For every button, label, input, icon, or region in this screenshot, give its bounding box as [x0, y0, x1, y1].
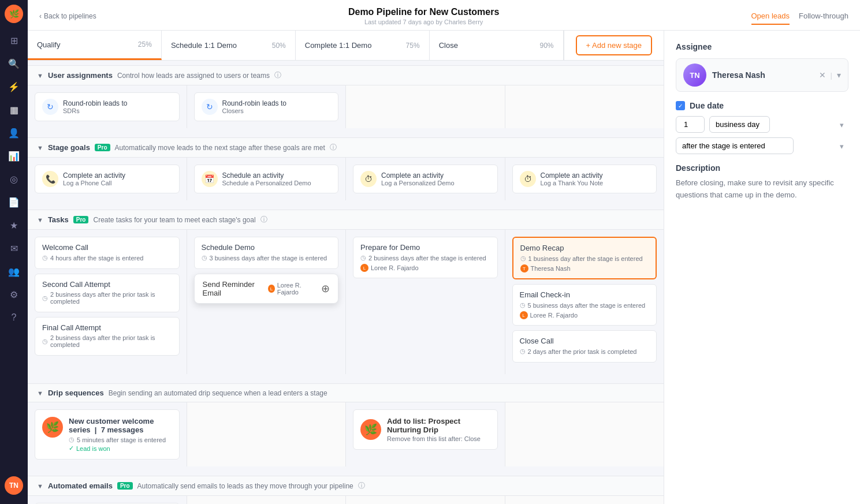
stage-headers: Qualify 25% Schedule 1:1 Demo 50%: [28, 31, 664, 61]
dropdown-assignee-button[interactable]: ▾: [837, 70, 841, 80]
goal-card-1[interactable]: 📅 Schedule an activity Schedule a Person…: [194, 165, 339, 193]
tab-open-leads[interactable]: Open leads: [751, 8, 790, 25]
rr-icon-1: ↻: [202, 99, 218, 115]
sidebar-icon-email[interactable]: ✉: [3, 238, 24, 259]
task-card-prepare-demo[interactable]: Prepare for Demo ◷ 2 business days after…: [353, 237, 498, 278]
goal-card-2[interactable]: ⏱ Complete an activity Log a Personalize…: [353, 165, 498, 193]
due-date-label: Due date: [690, 101, 724, 110]
sidebar-icon-users[interactable]: 👥: [3, 261, 24, 282]
goal-icon-2: ⏱: [360, 171, 377, 187]
user-assignments-section: ▼ User assignments Control how leads are…: [28, 61, 664, 133]
due-after-wrapper: after the stage is entered after the pri…: [676, 137, 848, 154]
section-toggle-emails[interactable]: ▼: [37, 483, 43, 490]
drip-col-3: [505, 402, 664, 466]
section-header-user-assignments: ▼ User assignments Control how leads are…: [28, 65, 664, 85]
due-num-input[interactable]: [676, 116, 705, 133]
email-col-0: Start sending: Let's Talk - Sales Welc..…: [28, 496, 187, 504]
tab-follow-through[interactable]: Follow-through: [799, 8, 848, 25]
sg-col-2: ⏱ Complete an activity Log a Personalize…: [346, 158, 505, 200]
stage-header-schedule[interactable]: Schedule 1:1 Demo 50%: [162, 31, 296, 60]
info-icon-tasks[interactable]: ⓘ: [260, 215, 267, 225]
sidebar-icon-lightning[interactable]: ⚡: [3, 76, 24, 97]
stage-header-complete[interactable]: Complete 1:1 Demo 75%: [296, 31, 430, 60]
drip-grid: 🌿 New customer welcome series | 7 messag…: [28, 402, 664, 466]
section-toggle-tasks[interactable]: ▼: [37, 216, 43, 223]
goal-card-0[interactable]: 📞 Complete an activity Log a Phone Call: [35, 165, 180, 193]
sidebar-icon-star[interactable]: ★: [3, 215, 24, 236]
sidebar-icon-target[interactable]: ◎: [3, 169, 24, 189]
app-logo[interactable]: 🌿: [5, 5, 23, 23]
assignee-avatar: TN: [683, 64, 706, 87]
task-card-email-checkin[interactable]: Email Check-in ◷ 5 business days after t…: [512, 284, 657, 326]
section-toggle-sg[interactable]: ▼: [37, 144, 43, 151]
sidebar-icon-docs[interactable]: 📄: [3, 192, 24, 212]
automated-emails-section: ▼ Automated emails Pro Automatically sen…: [28, 471, 664, 504]
task-card-final-call[interactable]: Final Call Attempt ◷ 2 business days aft…: [35, 317, 180, 356]
assignee-icon-theresa: T: [520, 264, 528, 272]
sidebar-icon-search[interactable]: 🔍: [3, 53, 24, 74]
sidebar-icon-person[interactable]: 👤: [3, 122, 24, 143]
task-card-welcome-call[interactable]: Welcome Call ◷ 4 hours after the stage i…: [35, 237, 180, 269]
header-tabs: Open leads Follow-through: [751, 8, 849, 25]
rr-card-0[interactable]: ↻ Round-robin leads to SDRs: [35, 92, 180, 121]
section-header-tasks: ▼ Tasks Pro Create tasks for your team t…: [28, 210, 664, 230]
main-content: ‹ Back to pipelines Demo Pipeline for Ne…: [28, 0, 860, 504]
assignee-row[interactable]: TN Theresa Nash ✕ | ▾: [676, 58, 848, 92]
section-header-drip: ▼ Drip sequences Begin sending an automa…: [28, 383, 664, 402]
assignee-icon-loree: L: [268, 285, 275, 293]
page-header: ‹ Back to pipelines Demo Pipeline for Ne…: [28, 0, 860, 31]
sidebar-icon-help[interactable]: ?: [3, 307, 24, 328]
pipeline-area: Qualify 25% Schedule 1:1 Demo 50%: [28, 31, 860, 504]
sidebar-icon-home[interactable]: ⊞: [3, 30, 24, 51]
rr-icon-0: ↻: [42, 99, 58, 115]
goal-card-3[interactable]: ⏱ Complete an activity Log a Thank You N…: [512, 165, 657, 193]
select-arrow-unit: ▾: [840, 120, 844, 129]
remove-assignee-button[interactable]: ✕: [819, 70, 826, 80]
task-card-send-reminder[interactable]: Send Reminder Email L Loree R. Fajardo ⊕: [194, 274, 339, 304]
page-title: Demo Pipeline for New Customers: [348, 7, 499, 17]
ua-col-2: [346, 85, 505, 128]
drip-sequences-section: ▼ Drip sequences Begin sending an automa…: [28, 379, 664, 471]
back-link[interactable]: ‹ Back to pipelines: [39, 12, 96, 20]
task-card-close-call[interactable]: Close Call ◷ 2 days after the prior task…: [512, 330, 657, 363]
stage-header-close[interactable]: Close 90%: [430, 31, 564, 60]
description-title: Description: [676, 163, 848, 173]
info-icon-ua[interactable]: ⓘ: [274, 70, 281, 80]
sidebar: 🌿 ⊞ 🔍 ⚡ ▦ 👤 📊 ◎ 📄 ★ ✉ 👥 ⚙ ? TN: [0, 0, 28, 504]
email-col-3: [505, 496, 664, 504]
page-subtitle: Last updated 7 days ago by Charles Berry: [348, 18, 499, 25]
info-icon-emails[interactable]: ⓘ: [358, 481, 365, 491]
goal-icon-3: ⏱: [520, 171, 536, 187]
task-card-demo-recap[interactable]: Demo Recap ◷ 1 business day after the st…: [512, 237, 657, 279]
sidebar-icon-settings[interactable]: ⚙: [3, 284, 24, 305]
tasks-col-2: Prepare for Demo ◷ 2 business days after…: [346, 230, 505, 374]
sidebar-icon-pipeline[interactable]: ▦: [3, 99, 24, 120]
drip-card-welcome[interactable]: 🌿 New customer welcome series | 7 messag…: [35, 409, 180, 460]
sg-col-1: 📅 Schedule an activity Schedule a Person…: [187, 158, 347, 200]
task-card-second-call[interactable]: Second Call Attempt ◷ 2 business days af…: [35, 274, 180, 312]
section-header-emails: ▼ Automated emails Pro Automatically sen…: [28, 476, 664, 496]
drip-icon-welcome: 🌿: [42, 417, 63, 438]
due-date-row-1: business day business days day days ▾: [676, 116, 848, 133]
due-date-checkbox[interactable]: ✓: [676, 101, 685, 110]
task-card-schedule-demo[interactable]: Schedule Demo ◷ 3 business days after th…: [194, 237, 339, 269]
cursor-indicator: ⊕: [321, 282, 330, 295]
add-stage-button[interactable]: + Add new stage: [576, 35, 653, 55]
assignee-icon-prepare: L: [360, 264, 368, 272]
due-date-row-2: after the stage is entered after the pri…: [676, 137, 848, 154]
info-icon-sg[interactable]: ⓘ: [330, 143, 337, 152]
stage-goals-grid: 📞 Complete an activity Log a Phone Call …: [28, 158, 664, 200]
rr-card-1[interactable]: ↻ Round-robin leads to Closers: [194, 92, 339, 121]
due-date-header: ✓ Due date: [676, 101, 848, 110]
ua-col-1: ↻ Round-robin leads to Closers: [187, 85, 347, 128]
sg-col-3: ⏱ Complete an activity Log a Thank You N…: [505, 158, 664, 200]
stage-header-qualify[interactable]: Qualify 25%: [28, 31, 162, 60]
due-unit-select[interactable]: business day business days day days: [709, 116, 770, 133]
due-after-select[interactable]: after the stage is entered after the pri…: [676, 137, 794, 154]
stage-goals-section: ▼ Stage goals Pro Automatically move lea…: [28, 133, 664, 205]
section-toggle-ua[interactable]: ▼: [37, 72, 43, 79]
user-avatar[interactable]: TN: [5, 476, 23, 495]
nurture-card[interactable]: 🌿 Add to list: Prospect Nurturing Drip R…: [353, 409, 498, 450]
section-toggle-drip[interactable]: ▼: [37, 390, 43, 397]
sidebar-icon-chart[interactable]: 📊: [3, 145, 24, 166]
